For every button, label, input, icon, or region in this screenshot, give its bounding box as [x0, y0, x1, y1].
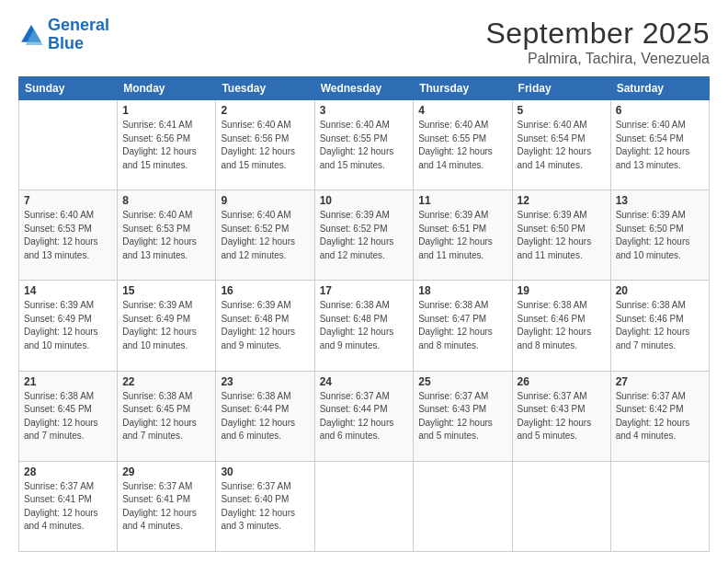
calendar-cell: 12Sunrise: 6:39 AM Sunset: 6:50 PM Dayli… [512, 190, 610, 281]
day-info: Sunrise: 6:39 AM Sunset: 6:48 PM Dayligh… [221, 299, 309, 352]
day-number: 3 [320, 104, 409, 117]
weekday-header: Thursday [414, 77, 512, 100]
day-number: 14 [24, 284, 112, 297]
day-info: Sunrise: 6:39 AM Sunset: 6:50 PM Dayligh… [518, 209, 606, 262]
calendar-week-row: 7Sunrise: 6:40 AM Sunset: 6:53 PM Daylig… [19, 190, 710, 281]
day-info: Sunrise: 6:38 AM Sunset: 6:48 PM Dayligh… [320, 299, 409, 352]
weekday-header: Tuesday [216, 77, 314, 100]
calendar-header-row: SundayMondayTuesdayWednesdayThursdayFrid… [19, 77, 710, 100]
day-info: Sunrise: 6:40 AM Sunset: 6:55 PM Dayligh… [418, 119, 506, 172]
calendar-cell: 29Sunrise: 6:37 AM Sunset: 6:41 PM Dayli… [118, 461, 216, 551]
calendar-cell: 4Sunrise: 6:40 AM Sunset: 6:55 PM Daylig… [414, 100, 512, 190]
calendar-week-row: 1Sunrise: 6:41 AM Sunset: 6:56 PM Daylig… [19, 100, 710, 190]
logo-text: General Blue [48, 17, 109, 53]
day-number: 29 [122, 465, 210, 478]
calendar-cell: 20Sunrise: 6:38 AM Sunset: 6:46 PM Dayli… [610, 281, 709, 371]
calendar-cell [610, 461, 709, 551]
day-info: Sunrise: 6:37 AM Sunset: 6:44 PM Dayligh… [320, 390, 409, 443]
calendar-cell: 8Sunrise: 6:40 AM Sunset: 6:53 PM Daylig… [118, 190, 216, 281]
calendar-cell: 28Sunrise: 6:37 AM Sunset: 6:41 PM Dayli… [19, 461, 118, 551]
calendar-cell: 19Sunrise: 6:38 AM Sunset: 6:46 PM Dayli… [512, 281, 610, 371]
logo-icon [18, 22, 44, 48]
calendar-cell: 5Sunrise: 6:40 AM Sunset: 6:54 PM Daylig… [512, 100, 610, 190]
calendar-cell: 7Sunrise: 6:40 AM Sunset: 6:53 PM Daylig… [19, 190, 118, 281]
day-number: 9 [221, 194, 309, 207]
calendar-cell: 11Sunrise: 6:39 AM Sunset: 6:51 PM Dayli… [414, 190, 512, 281]
day-number: 12 [518, 194, 606, 207]
day-info: Sunrise: 6:40 AM Sunset: 6:54 PM Dayligh… [518, 119, 606, 172]
day-info: Sunrise: 6:40 AM Sunset: 6:55 PM Dayligh… [320, 119, 409, 172]
day-info: Sunrise: 6:37 AM Sunset: 6:43 PM Dayligh… [418, 390, 506, 443]
calendar-table: SundayMondayTuesdayWednesdayThursdayFrid… [18, 76, 710, 552]
day-info: Sunrise: 6:38 AM Sunset: 6:45 PM Dayligh… [24, 390, 112, 443]
day-number: 22 [122, 375, 210, 388]
calendar-cell: 26Sunrise: 6:37 AM Sunset: 6:43 PM Dayli… [512, 371, 610, 461]
header: General Blue September 2025 Palmira, Tac… [18, 17, 710, 67]
weekday-header: Wednesday [314, 77, 414, 100]
day-number: 24 [320, 375, 409, 388]
calendar-cell: 6Sunrise: 6:40 AM Sunset: 6:54 PM Daylig… [610, 100, 709, 190]
day-number: 26 [518, 375, 606, 388]
day-number: 15 [122, 284, 210, 297]
calendar-cell: 25Sunrise: 6:37 AM Sunset: 6:43 PM Dayli… [414, 371, 512, 461]
calendar-cell: 16Sunrise: 6:39 AM Sunset: 6:48 PM Dayli… [216, 281, 314, 371]
day-info: Sunrise: 6:38 AM Sunset: 6:46 PM Dayligh… [616, 299, 704, 352]
calendar-cell: 23Sunrise: 6:38 AM Sunset: 6:44 PM Dayli… [216, 371, 314, 461]
calendar-week-row: 21Sunrise: 6:38 AM Sunset: 6:45 PM Dayli… [19, 371, 710, 461]
day-info: Sunrise: 6:40 AM Sunset: 6:52 PM Dayligh… [221, 209, 309, 262]
calendar-cell [414, 461, 512, 551]
logo: General Blue [18, 17, 109, 53]
calendar-cell: 3Sunrise: 6:40 AM Sunset: 6:55 PM Daylig… [314, 100, 414, 190]
day-info: Sunrise: 6:39 AM Sunset: 6:49 PM Dayligh… [122, 299, 210, 352]
calendar-cell: 14Sunrise: 6:39 AM Sunset: 6:49 PM Dayli… [19, 281, 118, 371]
calendar-cell: 24Sunrise: 6:37 AM Sunset: 6:44 PM Dayli… [314, 371, 414, 461]
calendar-cell: 1Sunrise: 6:41 AM Sunset: 6:56 PM Daylig… [118, 100, 216, 190]
day-number: 23 [221, 375, 309, 388]
day-number: 28 [24, 465, 112, 478]
month-title: September 2025 [485, 17, 710, 51]
day-info: Sunrise: 6:39 AM Sunset: 6:50 PM Dayligh… [616, 209, 704, 262]
day-number: 5 [518, 104, 606, 117]
day-info: Sunrise: 6:37 AM Sunset: 6:43 PM Dayligh… [518, 390, 606, 443]
day-number: 17 [320, 284, 409, 297]
day-info: Sunrise: 6:38 AM Sunset: 6:47 PM Dayligh… [418, 299, 506, 352]
day-info: Sunrise: 6:39 AM Sunset: 6:52 PM Dayligh… [320, 209, 409, 262]
day-number: 13 [616, 194, 704, 207]
weekday-header: Friday [512, 77, 610, 100]
day-info: Sunrise: 6:40 AM Sunset: 6:53 PM Dayligh… [122, 209, 210, 262]
weekday-header: Monday [118, 77, 216, 100]
weekday-header: Sunday [19, 77, 118, 100]
day-info: Sunrise: 6:40 AM Sunset: 6:56 PM Dayligh… [221, 119, 309, 172]
calendar-cell: 17Sunrise: 6:38 AM Sunset: 6:48 PM Dayli… [314, 281, 414, 371]
day-info: Sunrise: 6:39 AM Sunset: 6:49 PM Dayligh… [24, 299, 112, 352]
day-number: 25 [418, 375, 506, 388]
day-number: 10 [320, 194, 409, 207]
day-info: Sunrise: 6:37 AM Sunset: 6:41 PM Dayligh… [24, 480, 112, 534]
title-block: September 2025 Palmira, Tachira, Venezue… [485, 17, 710, 67]
day-number: 2 [221, 104, 309, 117]
day-info: Sunrise: 6:37 AM Sunset: 6:41 PM Dayligh… [122, 480, 210, 534]
calendar-cell: 21Sunrise: 6:38 AM Sunset: 6:45 PM Dayli… [19, 371, 118, 461]
day-info: Sunrise: 6:38 AM Sunset: 6:45 PM Dayligh… [122, 390, 210, 443]
weekday-header: Saturday [610, 77, 709, 100]
calendar-cell: 30Sunrise: 6:37 AM Sunset: 6:40 PM Dayli… [216, 461, 314, 551]
day-number: 30 [221, 465, 309, 478]
calendar-week-row: 28Sunrise: 6:37 AM Sunset: 6:41 PM Dayli… [19, 461, 710, 551]
location-title: Palmira, Tachira, Venezuela [485, 51, 710, 67]
calendar-cell [19, 100, 118, 190]
calendar-cell: 15Sunrise: 6:39 AM Sunset: 6:49 PM Dayli… [118, 281, 216, 371]
day-number: 27 [616, 375, 704, 388]
day-info: Sunrise: 6:37 AM Sunset: 6:40 PM Dayligh… [221, 480, 309, 534]
day-number: 4 [418, 104, 506, 117]
calendar-cell: 27Sunrise: 6:37 AM Sunset: 6:42 PM Dayli… [610, 371, 709, 461]
calendar-cell: 10Sunrise: 6:39 AM Sunset: 6:52 PM Dayli… [314, 190, 414, 281]
calendar-cell: 2Sunrise: 6:40 AM Sunset: 6:56 PM Daylig… [216, 100, 314, 190]
calendar-cell [512, 461, 610, 551]
day-info: Sunrise: 6:38 AM Sunset: 6:44 PM Dayligh… [221, 390, 309, 443]
page: General Blue September 2025 Palmira, Tac… [0, 0, 728, 563]
calendar-cell [314, 461, 414, 551]
day-info: Sunrise: 6:40 AM Sunset: 6:53 PM Dayligh… [24, 209, 112, 262]
day-number: 16 [221, 284, 309, 297]
calendar-week-row: 14Sunrise: 6:39 AM Sunset: 6:49 PM Dayli… [19, 281, 710, 371]
calendar-cell: 9Sunrise: 6:40 AM Sunset: 6:52 PM Daylig… [216, 190, 314, 281]
